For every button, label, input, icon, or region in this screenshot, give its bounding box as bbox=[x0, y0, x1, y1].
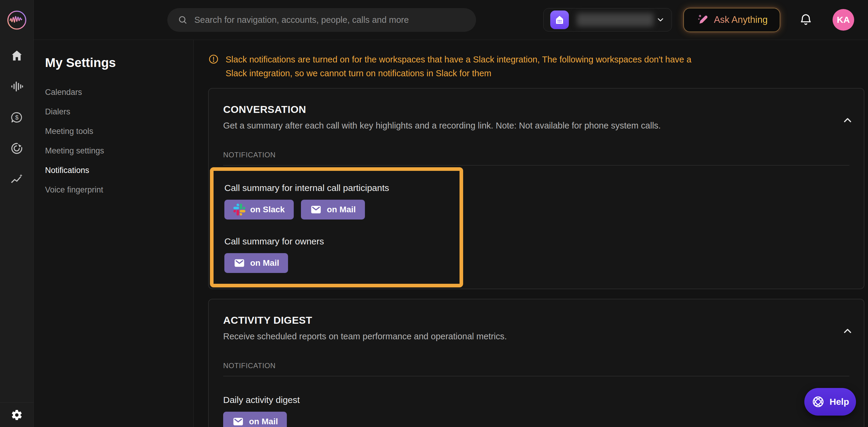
globe-icon bbox=[811, 395, 825, 409]
deals-chat-dollar-icon[interactable]: $ bbox=[8, 111, 25, 124]
avatar-initials: KA bbox=[837, 15, 850, 25]
app-root: $ bbox=[0, 0, 868, 427]
settings-sidebar: My Settings Calendars Dialers Meeting to… bbox=[34, 40, 194, 427]
settings-title: My Settings bbox=[41, 56, 193, 70]
section-divider bbox=[223, 165, 849, 165]
setting-label: Call summary for internal call participa… bbox=[224, 183, 449, 193]
setting-label: Daily activity digest bbox=[223, 395, 849, 405]
ask-anything-label: Ask Anything bbox=[714, 14, 768, 25]
chevron-up-icon[interactable] bbox=[842, 114, 854, 126]
channel-button-label: on Slack bbox=[250, 205, 285, 214]
top-bar: Ask Anything KA bbox=[34, 0, 868, 40]
chevron-up-icon[interactable] bbox=[842, 325, 854, 337]
mail-icon bbox=[232, 416, 244, 427]
sidebar-item-voice-fingerprint[interactable]: Voice fingerprint bbox=[41, 180, 193, 200]
topbar-right-cluster: Ask Anything KA bbox=[543, 8, 868, 32]
section-description: Receive scheduled reports on team perfor… bbox=[223, 331, 849, 342]
waveform-logo-icon bbox=[7, 10, 27, 30]
channel-button-label: on Mail bbox=[249, 417, 278, 426]
gear-icon bbox=[11, 409, 23, 421]
notifications-bell-icon[interactable] bbox=[799, 13, 813, 27]
settings-gear-button[interactable] bbox=[0, 402, 33, 427]
warning-text: Slack notifications are turned on for th… bbox=[225, 53, 706, 80]
settings-list: Calendars Dialers Meeting tools Meeting … bbox=[41, 83, 193, 200]
app-logo[interactable] bbox=[0, 0, 33, 40]
search-icon bbox=[178, 15, 188, 25]
section-title: CONVERSATION bbox=[223, 103, 849, 115]
slack-warning-banner: Slack notifications are turned on for th… bbox=[208, 53, 864, 80]
section-card-conversation: CONVERSATION Get a summary after each ca… bbox=[208, 88, 864, 289]
channel-button-label: on Mail bbox=[327, 205, 355, 214]
section-description: Get a summary after each call with key h… bbox=[223, 120, 849, 131]
call-recordings-waveform-icon[interactable] bbox=[8, 80, 25, 93]
section-card-activity-digest: ACTIVITY DIGEST Receive scheduled report… bbox=[208, 299, 864, 427]
setting-label: Call summary for owners bbox=[224, 236, 449, 247]
channel-buttons-row: on Slack on Mail bbox=[224, 200, 449, 219]
icon-rail: $ bbox=[0, 0, 34, 427]
sidebar-item-meeting-tools[interactable]: Meeting tools bbox=[41, 122, 193, 141]
section-title: ACTIVITY DIGEST bbox=[223, 314, 849, 326]
workspace-selector[interactable] bbox=[543, 8, 672, 32]
search-input[interactable] bbox=[194, 15, 466, 25]
home-icon[interactable] bbox=[8, 49, 25, 62]
help-button[interactable]: Help bbox=[804, 388, 856, 416]
on-slack-button[interactable]: on Slack bbox=[224, 200, 294, 219]
sidebar-item-dialers[interactable]: Dialers bbox=[41, 102, 193, 122]
notification-setting-item: Call summary for owners on Mail bbox=[224, 236, 449, 273]
notification-setting-item: Daily activity digest on Mail bbox=[223, 395, 849, 427]
mail-icon bbox=[310, 204, 322, 216]
notification-group-label: NOTIFICATION bbox=[223, 151, 849, 159]
channel-buttons-row: on Mail bbox=[223, 412, 849, 427]
ask-anything-button[interactable]: Ask Anything bbox=[683, 8, 780, 32]
notification-setting-item: Call summary for internal call participa… bbox=[224, 183, 449, 219]
on-mail-button[interactable]: on Mail bbox=[223, 412, 287, 427]
channel-buttons-row: on Mail bbox=[224, 253, 449, 273]
rail-nav: $ bbox=[0, 40, 33, 186]
main-content: Slack notifications are turned on for th… bbox=[194, 40, 868, 427]
insights-trend-sparkle-icon[interactable] bbox=[8, 173, 25, 186]
user-avatar[interactable]: KA bbox=[833, 9, 854, 31]
channel-button-label: on Mail bbox=[250, 258, 279, 268]
workspace-building-icon bbox=[550, 10, 569, 29]
mail-icon bbox=[234, 257, 245, 269]
info-circle-icon bbox=[208, 54, 219, 65]
global-search[interactable] bbox=[167, 8, 476, 32]
highlighted-settings-box: Call summary for internal call participa… bbox=[210, 167, 463, 287]
on-mail-button[interactable]: on Mail bbox=[301, 200, 365, 219]
help-label: Help bbox=[830, 397, 849, 407]
sidebar-item-meeting-settings[interactable]: Meeting settings bbox=[41, 141, 193, 161]
slack-icon bbox=[234, 204, 245, 216]
sparkle-pen-icon bbox=[696, 13, 709, 26]
workspace-name-redacted bbox=[577, 13, 654, 26]
sidebar-item-calendars[interactable]: Calendars bbox=[41, 83, 193, 102]
chevron-down-icon bbox=[656, 15, 665, 24]
sidebar-item-notifications[interactable]: Notifications bbox=[41, 161, 193, 180]
notification-group-label: NOTIFICATION bbox=[223, 362, 849, 370]
svg-text:$: $ bbox=[15, 114, 18, 121]
coaching-target-play-icon[interactable] bbox=[8, 142, 25, 155]
on-mail-button[interactable]: on Mail bbox=[224, 253, 288, 273]
